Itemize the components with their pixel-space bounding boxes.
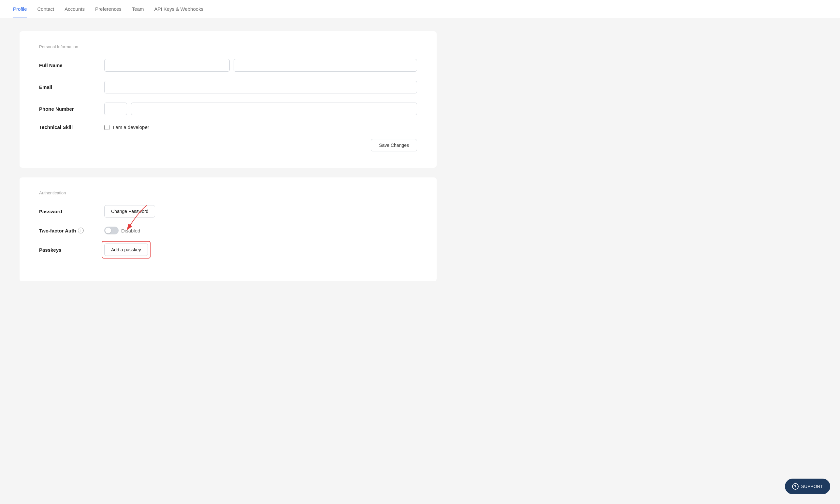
phone-row: Phone Number bbox=[39, 103, 417, 115]
page-content: Personal Information Full Name Email Pho… bbox=[0, 18, 456, 304]
developer-checkbox[interactable] bbox=[104, 125, 109, 130]
save-changes-row: Save Changes bbox=[39, 139, 417, 151]
tab-accounts[interactable]: Accounts bbox=[59, 0, 90, 18]
passkeys-label: Passkeys bbox=[39, 247, 104, 253]
toggle-thumb bbox=[105, 228, 111, 233]
first-name-input[interactable] bbox=[104, 59, 230, 72]
personal-info-title: Personal Information bbox=[39, 44, 417, 49]
two-factor-info-icon[interactable]: i bbox=[78, 228, 84, 233]
two-factor-row: Two-factor Auth i bbox=[39, 227, 417, 234]
tab-contact[interactable]: Contact bbox=[32, 0, 59, 18]
support-label: SUPPORT bbox=[801, 484, 823, 489]
email-label: Email bbox=[39, 84, 104, 90]
phone-code-input[interactable] bbox=[104, 103, 127, 115]
tab-preferences[interactable]: Preferences bbox=[90, 0, 127, 18]
password-controls: Change Password bbox=[104, 205, 417, 217]
add-passkey-button[interactable]: Add a passkey bbox=[104, 244, 148, 256]
technical-skill-controls: I am a developer bbox=[104, 124, 417, 130]
tab-team[interactable]: Team bbox=[127, 0, 149, 18]
developer-checkbox-text: I am a developer bbox=[113, 124, 149, 130]
email-input[interactable] bbox=[104, 81, 417, 93]
two-factor-controls: Disabled bbox=[104, 227, 417, 234]
full-name-row: Full Name bbox=[39, 59, 417, 72]
authentication-title: Authentication bbox=[39, 191, 417, 195]
password-label: Password bbox=[39, 209, 104, 214]
email-row: Email bbox=[39, 81, 417, 93]
two-factor-label-wrapper: Two-factor Auth i bbox=[39, 228, 104, 233]
email-controls bbox=[104, 81, 417, 93]
password-row: Password Change Password bbox=[39, 205, 417, 217]
personal-info-card: Personal Information Full Name Email Pho… bbox=[20, 31, 437, 168]
technical-skill-row: Technical Skill I am a developer bbox=[39, 124, 417, 130]
support-question-icon: ? bbox=[792, 483, 799, 490]
full-name-controls bbox=[104, 59, 417, 72]
authentication-card: Authentication Password Change Password … bbox=[20, 177, 437, 281]
two-factor-status: Disabled bbox=[121, 228, 140, 233]
phone-label: Phone Number bbox=[39, 106, 104, 112]
tab-profile[interactable]: Profile bbox=[13, 0, 32, 18]
passkey-highlight-wrapper: Add a passkey bbox=[104, 244, 148, 256]
passkeys-row: Passkeys Add a passkey bbox=[39, 244, 417, 256]
tab-api-keys[interactable]: API Keys & Webhooks bbox=[149, 0, 209, 18]
phone-controls bbox=[104, 103, 417, 115]
two-factor-label: Two-factor Auth bbox=[39, 228, 76, 233]
save-changes-button[interactable]: Save Changes bbox=[371, 139, 417, 151]
phone-number-input[interactable] bbox=[131, 103, 417, 115]
technical-skill-label: Technical Skill bbox=[39, 124, 104, 130]
support-button[interactable]: ? SUPPORT bbox=[785, 479, 830, 494]
last-name-input[interactable] bbox=[234, 59, 417, 72]
developer-checkbox-label[interactable]: I am a developer bbox=[104, 124, 149, 130]
nav-bar: Profile Contact Accounts Preferences Tea… bbox=[0, 0, 840, 18]
change-password-button[interactable]: Change Password bbox=[104, 205, 155, 217]
two-factor-toggle[interactable] bbox=[104, 227, 119, 234]
two-factor-toggle-wrapper: Disabled bbox=[104, 227, 140, 234]
full-name-label: Full Name bbox=[39, 62, 104, 68]
passkeys-controls: Add a passkey bbox=[104, 244, 417, 256]
